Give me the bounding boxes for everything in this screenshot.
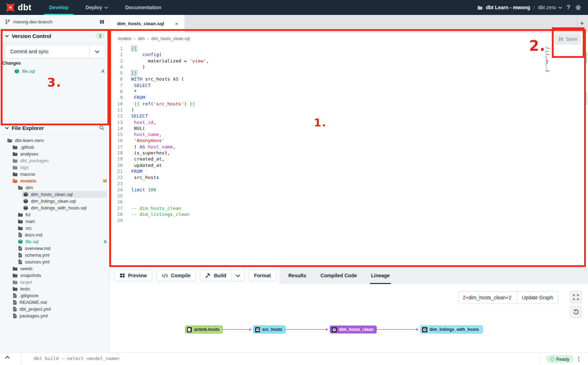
build-options-caret[interactable] xyxy=(232,270,244,281)
tree-item-dim-listings-clean-sql[interactable]: dim_listings_clean.sql xyxy=(0,198,110,205)
branch-row[interactable]: mwong-dev-branch xyxy=(0,15,110,29)
minimap[interactable] xyxy=(545,46,562,73)
tree-item-macros[interactable]: macros xyxy=(0,171,110,178)
tree-item-overview-md[interactable]: overview.md xyxy=(0,245,110,252)
lineage-node-dim-listings-with-hosts[interactable]: dim_listings_with_hosts xyxy=(420,326,483,333)
breadcrumb-item-models[interactable]: models xyxy=(118,36,132,41)
tree-item-tests[interactable]: tests xyxy=(0,285,110,292)
line-number: 1 xyxy=(110,45,123,51)
scrollbar-thumb[interactable] xyxy=(585,92,587,105)
tree-item-file-sql[interactable]: file.sqlA xyxy=(0,238,110,245)
settings-gear-icon[interactable] xyxy=(575,4,582,11)
close-icon[interactable]: × xyxy=(174,21,179,27)
code-line: 11) xyxy=(110,107,588,113)
tree-item-label: mart xyxy=(26,219,35,224)
tree-item-seeds[interactable]: seeds xyxy=(0,265,110,272)
model-icon xyxy=(23,205,28,211)
nav-item-documentation[interactable]: Documentation xyxy=(117,0,170,15)
tree-item-sources-yml[interactable]: sources.yml xyxy=(0,258,110,265)
tree-item-dim-listings-with-hosts-sql[interactable]: dim_listings_with_hosts.sql xyxy=(0,205,110,211)
tree-item-src[interactable]: src xyxy=(0,225,110,231)
code-line: 2 config( xyxy=(110,51,588,58)
file-explorer-header[interactable]: File Explorer xyxy=(0,122,110,133)
tree-item-dim[interactable]: dim xyxy=(0,184,110,191)
tree-item-dbt-project-yml[interactable]: dbt_project.yml xyxy=(0,306,110,312)
command-bar: dbt build --select <model_name> Ready ⋮ xyxy=(0,352,588,365)
breadcrumb-item-dim-hosts-clean-sql[interactable]: dim_hosts_clean.sql xyxy=(151,36,190,41)
editor-tab-dim-hosts-clean[interactable]: dim_hosts_clean.sql × xyxy=(110,15,184,32)
tree-item-models[interactable]: modelsM xyxy=(0,178,110,184)
editor-tab-strip: dim_hosts_clean.sql × + xyxy=(110,15,588,32)
lineage-node-airbnb-hosts[interactable]: airbnb.hosts xyxy=(185,326,223,333)
format-button[interactable]: Format xyxy=(249,270,276,281)
save-button[interactable]: Save xyxy=(554,33,581,45)
version-control-header[interactable]: Version Control 1 xyxy=(0,31,110,41)
layout-columns-icon[interactable] xyxy=(99,19,105,24)
code-editor[interactable]: 1{{2 config(3 materialized = 'view',4 )5… xyxy=(110,45,588,267)
command-input[interactable]: dbt build --select <model_name> xyxy=(34,356,120,361)
line-number: 3 xyxy=(110,58,123,64)
kebab-menu-icon[interactable]: ⋮ xyxy=(576,355,582,362)
tree-item-dbt-packages[interactable]: dbt_packages xyxy=(0,157,110,164)
tree-item-target[interactable]: target xyxy=(0,279,110,285)
tree-item-docs-md[interactable]: docs.md xyxy=(0,231,110,238)
line-number: 12 xyxy=(110,113,123,119)
folder-icon xyxy=(12,145,18,150)
project-name[interactable]: dbt Learn - mwong xyxy=(486,5,530,10)
lineage-panel: Update Graph airbnb.hostssrc_hostsdim_ho… xyxy=(110,284,588,352)
tree-item-logs[interactable]: logs xyxy=(0,164,110,171)
help-button[interactable]: ? xyxy=(565,4,572,11)
tree-item-label: dbt-learn-zero xyxy=(15,138,44,143)
tree-item-mart[interactable]: mart xyxy=(0,218,110,225)
tab-results[interactable]: Results xyxy=(287,267,307,284)
dbt-logo[interactable]: dbt xyxy=(0,0,41,15)
tree-item-analyses[interactable]: analyses xyxy=(0,151,110,157)
search-icon[interactable] xyxy=(99,125,105,131)
lineage-node-src-hosts[interactable]: src_hosts xyxy=(253,326,285,333)
line-number: 14 xyxy=(110,125,123,131)
tree-item-dbt-learn-zero[interactable]: dbt-learn-zero xyxy=(0,137,110,144)
lineage-node-dim-hosts-clean[interactable]: dim_hosts_clean xyxy=(330,326,377,333)
tree-item-github[interactable]: .github xyxy=(0,144,110,151)
compile-button[interactable]: Compile xyxy=(156,270,196,281)
folder-icon xyxy=(18,225,23,231)
tree-item-readme-md[interactable]: README.md xyxy=(0,299,110,306)
tree-item-schema-yml[interactable]: schema.yml xyxy=(0,252,110,258)
line-number: 27 xyxy=(110,205,123,211)
line-number: 5 xyxy=(110,70,123,76)
breadcrumb-item-dim[interactable]: dim xyxy=(138,36,145,41)
folder-open-icon xyxy=(12,178,18,184)
scrollbar-thumb[interactable] xyxy=(585,52,587,63)
line-content: FROM xyxy=(123,168,142,174)
commit-and-sync-button[interactable]: Commit and sync xyxy=(4,45,105,58)
line-content: ) xyxy=(123,107,134,113)
code-line: 28-- dim_listings_clean xyxy=(110,211,588,217)
preview-button[interactable]: Preview xyxy=(114,270,152,281)
nav-item-deploy[interactable]: Deploy xyxy=(77,0,117,15)
line-number: 21 xyxy=(110,168,123,174)
line-content: -- dim_listings_clean xyxy=(123,211,189,217)
tree-item-snapshots[interactable]: snapshots xyxy=(0,272,110,279)
environment-selector[interactable]: dbt zero xyxy=(538,5,562,10)
line-content: NVL( xyxy=(123,125,145,131)
model-cube-icon xyxy=(332,327,337,332)
tree-item-fct[interactable]: fct xyxy=(0,211,110,218)
dbt-cloud-ide: dbt DevelopDeployDocumentation dbt Learn… xyxy=(0,0,588,365)
changed-file-row[interactable]: file.sql A xyxy=(0,67,110,75)
code-line: 6WITH src_hosts AS ( xyxy=(110,76,588,82)
tab-compiled-code[interactable]: Compiled Code xyxy=(320,267,358,284)
tab-lineage[interactable]: Lineage xyxy=(370,267,391,284)
build-button[interactable]: Build xyxy=(200,270,232,281)
new-tab-button[interactable]: + xyxy=(577,15,587,32)
line-number: 8 xyxy=(110,88,123,94)
chevron-up-icon[interactable] xyxy=(5,356,10,359)
tree-item-dim-hosts-clean-sql[interactable]: dim_hosts_clean.sql xyxy=(0,191,110,198)
tree-item-gitignore[interactable]: .gitignore xyxy=(0,292,110,299)
status-badge: Ready xyxy=(546,355,574,363)
line-content: }} xyxy=(123,70,137,76)
commit-options-caret[interactable] xyxy=(89,45,105,58)
nav-item-develop[interactable]: Develop xyxy=(41,0,77,15)
tree-item-label: file.sql xyxy=(26,239,39,244)
code-line: 16 'Anonymous' xyxy=(110,137,588,143)
tree-item-packages-yml[interactable]: packages.yml xyxy=(0,312,110,319)
